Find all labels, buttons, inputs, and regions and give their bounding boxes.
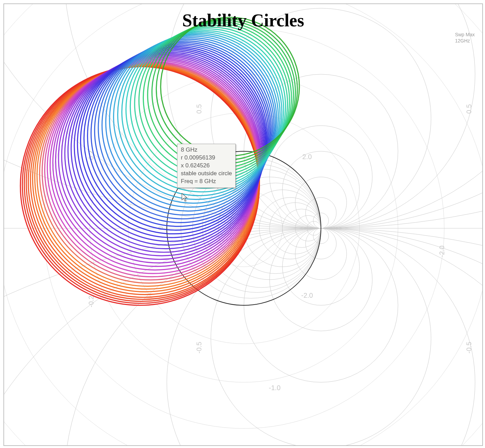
chart-frame: 00.5-0.50.2-0.21.0-1.02.0-2.00.5-0.5-2.0… [3, 3, 483, 446]
tooltip-freq-equals: Freq = 8 GHz [181, 178, 232, 185]
svg-point-23 [4, 228, 482, 445]
svg-point-27 [167, 228, 475, 445]
svg-point-36 [295, 177, 347, 228]
svg-text:-1.0: -1.0 [269, 384, 281, 392]
svg-point-35 [283, 228, 360, 305]
svg-text:2.0: 2.0 [302, 153, 312, 161]
tooltip-freq: 8 GHz [181, 146, 232, 154]
svg-text:-0.5: -0.5 [465, 342, 473, 354]
smith-chart-plot[interactable]: 00.5-0.50.2-0.21.0-1.02.0-2.00.5-0.5-2.0 [4, 4, 482, 445]
svg-point-21 [4, 228, 482, 445]
svg-text:-2.0: -2.0 [438, 245, 446, 257]
sweep-legend-line2: 12GHz [455, 38, 475, 44]
tooltip-region: stable outside circle [181, 170, 232, 178]
cursor-icon [182, 193, 188, 203]
tooltip-x: x 0.624526 [181, 162, 232, 170]
svg-text:-2.0: -2.0 [301, 292, 313, 299]
svg-text:0.5: 0.5 [465, 104, 473, 114]
svg-point-37 [295, 228, 347, 280]
sweep-legend: Swp Max 12GHz [455, 31, 475, 44]
svg-text:-0.2: -0.2 [87, 296, 95, 307]
tooltip-r: r 0.00956139 [181, 154, 232, 162]
data-tooltip: 8 GHz r 0.00956139 x 0.624526 stable out… [177, 144, 236, 188]
svg-text:0.5: 0.5 [195, 104, 203, 114]
chart-title: Stability Circles [4, 10, 482, 30]
svg-text:-0.5: -0.5 [195, 342, 203, 354]
sweep-legend-line1: Swp Max [455, 31, 475, 38]
svg-point-34 [283, 151, 360, 228]
